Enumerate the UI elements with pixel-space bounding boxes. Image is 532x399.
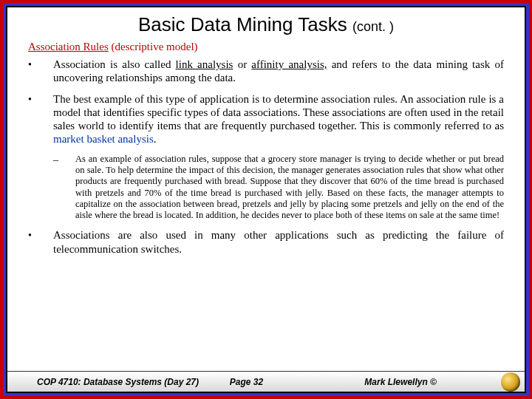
frame-mid: Basic Data Mining Tasks (cont. ) Associa… <box>3 3 529 396</box>
ucf-logo-icon <box>501 372 520 392</box>
b2-pre: The best example of this type of applica… <box>53 93 504 132</box>
b2-blue: market basket analysis <box>53 133 154 145</box>
subtitle-tail: (descriptive model) <box>109 41 198 52</box>
subtitle-lead: Association Rules <box>28 41 109 52</box>
b1-u1: link analysis <box>176 58 233 70</box>
bullet-1: • Association is also called link analys… <box>28 58 504 85</box>
slide-subtitle: Association Rules (descriptive model) <box>7 39 525 58</box>
frame-inner: Basic Data Mining Tasks (cont. ) Associa… <box>6 6 526 393</box>
b1-u2: affinity analysis, <box>251 58 327 70</box>
slide-footer: COP 4710: Database Systems (Day 27) Page… <box>7 371 525 392</box>
bullet-1-text: Association is also called link analysis… <box>53 58 504 85</box>
sub-bullet-1-text: As an example of association rules, supp… <box>75 154 504 222</box>
footer-author: Mark Llewellyn © <box>364 377 519 387</box>
bullet-marker: • <box>28 92 53 106</box>
slide-body: Basic Data Mining Tasks (cont. ) Associa… <box>7 7 525 392</box>
bullet-marker: • <box>28 58 53 71</box>
bullet-2: • The best example of this type of appli… <box>28 92 504 146</box>
title-main: Basic Data Mining Tasks <box>138 13 347 35</box>
b1-pre: Association is also called <box>53 58 176 70</box>
b1-mid: or <box>233 58 251 70</box>
title-cont: (cont. ) <box>352 19 394 34</box>
b2-post: . <box>154 133 157 145</box>
footer-course: COP 4710: Database Systems (Day 27) <box>37 377 230 387</box>
bullet-2-text: The best example of this type of applica… <box>53 92 504 146</box>
footer-page: Page 32 <box>230 377 365 387</box>
slide-content: • Association is also called link analys… <box>7 58 525 371</box>
frame-outer: Basic Data Mining Tasks (cont. ) Associa… <box>0 0 532 399</box>
bullet-3-text: Associations are also used in many other… <box>53 228 504 256</box>
bullet-marker: • <box>28 228 53 242</box>
slide-title: Basic Data Mining Tasks (cont. ) <box>7 7 525 39</box>
sub-bullet-1: – As an example of association rules, su… <box>53 154 504 222</box>
bullet-3: • Associations are also used in many oth… <box>28 228 504 256</box>
sub-marker: – <box>53 154 75 166</box>
